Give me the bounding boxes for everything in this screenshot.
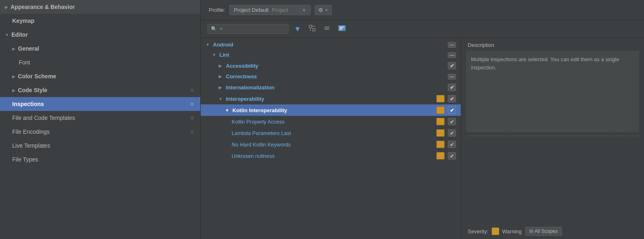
profile-select-dropdown[interactable]: Project Default Project ▼ (229, 5, 311, 15)
profile-project-tag: Project (272, 7, 288, 13)
tree-item-unknown-nullness[interactable]: Unknown nullness (201, 150, 461, 162)
chevron-down-icon: ▼ (302, 8, 307, 13)
sidebar-item-label: Inspections (12, 101, 191, 107)
sidebar-item-general[interactable]: ▶ General (0, 42, 200, 55)
sidebar-item-inspections[interactable]: Inspections ⧉ (0, 97, 200, 111)
gear-dropdown-arrow: ▼ (324, 8, 328, 12)
sidebar-item-file-types[interactable]: File Types (0, 153, 200, 166)
sidebar-item-label: File Types (12, 156, 38, 163)
sidebar-item-label: Editor (11, 31, 28, 38)
sidebar-item-appearance-behavior[interactable]: ▶ Appearance & Behavior (0, 0, 200, 14)
expand-arrow-icon: ▶ (219, 85, 223, 90)
inspections-tree: ▼ Android — ▼ Lint — ▶ Accessibility ▶ C… (201, 38, 461, 239)
gear-icon: ⚙ (318, 7, 323, 13)
tree-item-label: Lambda Parameters Last (232, 130, 434, 136)
tree-item-label: Interoperability (226, 96, 434, 102)
sidebar-item-live-templates[interactable]: Live Templates (0, 139, 200, 153)
tree-item-lambda-parameters-last[interactable]: Lambda Parameters Last (201, 127, 461, 139)
profile-bar: Profile: Project Default Project ▼ ⚙ ▼ (201, 0, 644, 20)
collapse-all-button[interactable] (321, 24, 333, 34)
svg-rect-1 (313, 29, 315, 31)
severity-badge-icon (436, 118, 445, 125)
badge-dash: — (448, 74, 456, 80)
sidebar-item-label: Appearance & Behavior (11, 4, 75, 10)
sidebar-item-label: General (18, 45, 39, 52)
expand-all-button[interactable] (307, 24, 318, 34)
sidebar-item-file-code-templates[interactable]: File and Code Templates ⧉ (0, 111, 200, 125)
severity-badge-icon (436, 141, 445, 148)
tree-item-label: Accessibility (226, 63, 445, 69)
check-icon[interactable] (448, 62, 456, 69)
tree-item-android[interactable]: ▼ Android — (201, 40, 461, 50)
sidebar-item-code-style[interactable]: ▶ Code Style ⧉ (0, 83, 200, 97)
desc-divider (466, 135, 639, 136)
tree-item-label: Correctness (226, 73, 445, 80)
profile-value: Project Default (234, 7, 268, 13)
sidebar-item-file-encodings[interactable]: File Encodings ⧉ (0, 125, 200, 139)
tree-item-label: Lint (219, 52, 445, 58)
check-icon[interactable] (448, 84, 456, 91)
copy-icon: ⧉ (191, 102, 194, 107)
expand-arrow-icon: ▶ (12, 74, 15, 79)
tree-item-kotlin-property-access[interactable]: Kotlin Property Access (201, 116, 461, 127)
severity-badge-icon (436, 129, 445, 137)
sidebar-item-keymap[interactable]: Keymap (0, 14, 200, 28)
check-icon[interactable] (448, 141, 456, 148)
expand-arrow-icon: ▶ (5, 5, 8, 9)
tree-item-label: Kotlin Property Access (232, 119, 434, 125)
tree-item-label: Unknown nullness (232, 153, 434, 159)
badge-dash: — (448, 52, 456, 58)
search-icon: 🔍 (211, 26, 217, 32)
search-box[interactable]: 🔍 ▼ (207, 24, 289, 34)
main-panel: Profile: Project Default Project ▼ ⚙ ▼ 🔍… (201, 0, 644, 239)
check-icon[interactable] (448, 95, 456, 102)
description-header: Description (461, 38, 644, 51)
sidebar-item-label: File and Code Templates (12, 115, 191, 121)
expand-arrow-icon: ▶ (12, 88, 15, 93)
tree-item-lint[interactable]: ▼ Lint — (201, 50, 461, 60)
tree-item-no-hard-kotlin-keywords[interactable]: No Hard Kotlin Keywords (201, 139, 461, 150)
tree-item-kotlin-interoperability[interactable]: ▼ Kotlin Interoperability (201, 104, 461, 116)
content-area: ▼ Android — ▼ Lint — ▶ Accessibility ▶ C… (201, 38, 644, 239)
sidebar-item-font[interactable]: Font (0, 55, 200, 69)
tree-item-correctness[interactable]: ▶ Correctness — (201, 71, 461, 82)
sidebar-item-editor[interactable]: ▼ Editor (0, 28, 200, 42)
severity-scope-label: In All Scopes (530, 228, 558, 234)
severity-label: Severity: (468, 228, 488, 235)
severity-value: Warning (502, 228, 522, 235)
tree-item-label: Internationalization (226, 84, 445, 91)
tree-item-label: Android (213, 42, 445, 48)
check-icon[interactable] (448, 106, 456, 114)
check-icon[interactable] (448, 129, 456, 137)
severity-badge-icon (492, 228, 499, 235)
description-body: Multiple inspections are selected. You c… (466, 51, 639, 132)
severity-scope-dropdown[interactable]: In All Scopes (525, 227, 562, 236)
tree-item-internationalization[interactable]: ▶ Internationalization (201, 82, 461, 93)
description-panel: Description Multiple inspections are sel… (461, 38, 644, 239)
edit-button[interactable] (336, 24, 348, 34)
sidebar-item-label: Live Templates (12, 142, 50, 149)
inspections-toolbar: 🔍 ▼ ▼ (201, 20, 644, 38)
severity-badge-icon (436, 152, 445, 159)
svg-rect-0 (309, 25, 312, 28)
copy-icon: ⧉ (191, 129, 194, 135)
expand-arrow-icon: ▼ (219, 97, 223, 101)
tree-item-accessibility[interactable]: ▶ Accessibility (201, 60, 461, 71)
badge-dash: — (448, 42, 456, 48)
sidebar-item-label: Font (19, 59, 30, 66)
search-dropdown-arrow[interactable]: ▼ (219, 27, 223, 31)
severity-row: Severity: Warning In All Scopes (461, 224, 644, 239)
tree-item-interoperability[interactable]: ▼ Interoperability (201, 93, 461, 104)
severity-badge-icon (436, 106, 445, 114)
sidebar-item-label: File Encodings (12, 128, 191, 135)
sidebar-item-color-scheme[interactable]: ▶ Color Scheme (0, 69, 200, 83)
expand-arrow-icon: ▼ (212, 53, 217, 57)
gear-button[interactable]: ⚙ ▼ (315, 5, 332, 15)
check-icon[interactable] (448, 152, 456, 159)
filter-button[interactable]: ▼ (292, 24, 303, 34)
sidebar-item-label: Code Style (18, 87, 191, 93)
copy-icon: ⧉ (191, 88, 194, 93)
profile-label: Profile: (209, 7, 225, 13)
check-icon[interactable] (448, 118, 456, 125)
expand-arrow-icon: ▶ (219, 74, 223, 79)
